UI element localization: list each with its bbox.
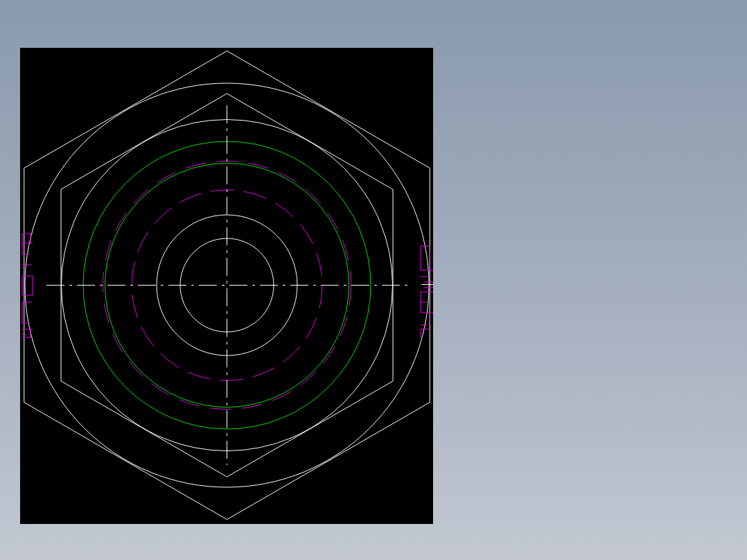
drawing-svg[interactable]	[20, 48, 433, 524]
cad-viewport[interactable]	[20, 48, 433, 524]
cad-window	[0, 0, 747, 560]
